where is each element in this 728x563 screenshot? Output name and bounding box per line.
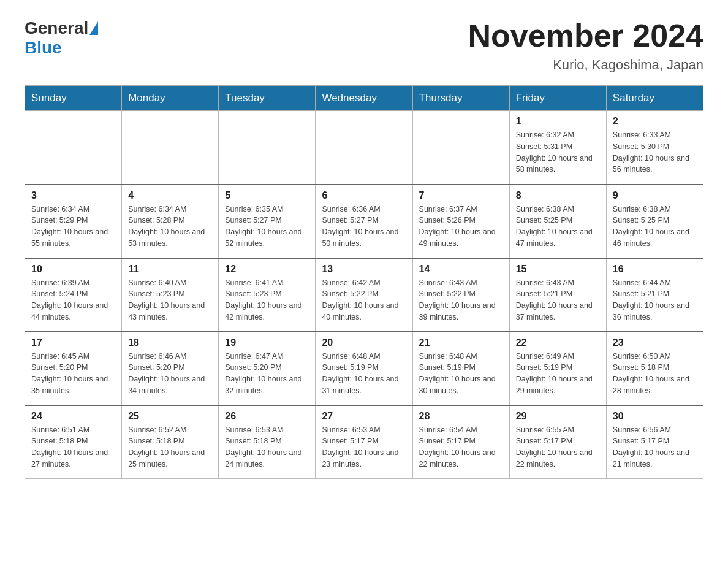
day-number: 7 [419, 190, 503, 201]
weekday-header-sunday: Sunday [25, 86, 122, 111]
title-section: November 2024 Kurio, Kagoshima, Japan [468, 18, 703, 73]
day-info: Sunrise: 6:32 AMSunset: 5:31 PMDaylight:… [516, 129, 600, 175]
day-number: 2 [613, 116, 697, 127]
calendar-cell: 5Sunrise: 6:35 AMSunset: 5:27 PMDaylight… [219, 185, 316, 258]
day-number: 30 [613, 411, 697, 422]
day-info: Sunrise: 6:49 AMSunset: 5:19 PMDaylight:… [516, 351, 600, 397]
logo-blue-text: Blue [25, 38, 62, 58]
logo: General Blue [25, 18, 99, 58]
day-info: Sunrise: 6:42 AMSunset: 5:22 PMDaylight:… [322, 277, 406, 323]
calendar-cell: 18Sunrise: 6:46 AMSunset: 5:20 PMDayligh… [122, 332, 219, 405]
day-info: Sunrise: 6:53 AMSunset: 5:17 PMDaylight:… [322, 424, 406, 470]
calendar-cell: 8Sunrise: 6:38 AMSunset: 5:25 PMDaylight… [509, 185, 606, 258]
calendar-cell: 12Sunrise: 6:41 AMSunset: 5:23 PMDayligh… [219, 258, 316, 332]
weekday-header-tuesday: Tuesday [219, 86, 316, 111]
day-number: 5 [225, 190, 309, 201]
day-info: Sunrise: 6:36 AMSunset: 5:27 PMDaylight:… [322, 204, 406, 250]
calendar-cell: 26Sunrise: 6:53 AMSunset: 5:18 PMDayligh… [219, 405, 316, 479]
day-number: 26 [225, 411, 309, 422]
day-info: Sunrise: 6:48 AMSunset: 5:19 PMDaylight:… [322, 351, 406, 397]
day-info: Sunrise: 6:46 AMSunset: 5:20 PMDaylight:… [128, 351, 212, 397]
day-number: 8 [516, 190, 600, 201]
day-number: 20 [322, 337, 406, 348]
day-number: 14 [419, 264, 503, 275]
day-info: Sunrise: 6:55 AMSunset: 5:17 PMDaylight:… [516, 424, 600, 470]
day-info: Sunrise: 6:40 AMSunset: 5:23 PMDaylight:… [128, 277, 212, 323]
calendar-cell: 3Sunrise: 6:34 AMSunset: 5:29 PMDaylight… [25, 185, 122, 258]
calendar-cell: 30Sunrise: 6:56 AMSunset: 5:17 PMDayligh… [606, 405, 703, 479]
day-number: 6 [322, 190, 406, 201]
day-info: Sunrise: 6:56 AMSunset: 5:17 PMDaylight:… [613, 424, 697, 470]
calendar-cell: 19Sunrise: 6:47 AMSunset: 5:20 PMDayligh… [219, 332, 316, 405]
calendar-cell: 1Sunrise: 6:32 AMSunset: 5:31 PMDaylight… [509, 111, 606, 185]
calendar-cell: 27Sunrise: 6:53 AMSunset: 5:17 PMDayligh… [316, 405, 412, 479]
calendar-week-4: 24Sunrise: 6:51 AMSunset: 5:18 PMDayligh… [25, 405, 703, 479]
calendar-cell: 29Sunrise: 6:55 AMSunset: 5:17 PMDayligh… [509, 405, 606, 479]
logo-general-text: General [25, 18, 88, 38]
day-number: 12 [225, 264, 309, 275]
day-info: Sunrise: 6:51 AMSunset: 5:18 PMDaylight:… [31, 424, 115, 470]
day-info: Sunrise: 6:33 AMSunset: 5:30 PMDaylight:… [613, 129, 697, 175]
calendar-cell: 10Sunrise: 6:39 AMSunset: 5:24 PMDayligh… [25, 258, 122, 332]
month-title: November 2024 [468, 18, 703, 53]
day-info: Sunrise: 6:39 AMSunset: 5:24 PMDaylight:… [31, 277, 115, 323]
day-info: Sunrise: 6:38 AMSunset: 5:25 PMDaylight:… [516, 204, 600, 250]
calendar-cell: 22Sunrise: 6:49 AMSunset: 5:19 PMDayligh… [509, 332, 606, 405]
calendar-cell: 28Sunrise: 6:54 AMSunset: 5:17 PMDayligh… [412, 405, 509, 479]
day-number: 11 [128, 264, 212, 275]
day-number: 24 [31, 411, 115, 422]
calendar-cell: 13Sunrise: 6:42 AMSunset: 5:22 PMDayligh… [316, 258, 412, 332]
calendar-cell: 20Sunrise: 6:48 AMSunset: 5:19 PMDayligh… [316, 332, 412, 405]
day-info: Sunrise: 6:50 AMSunset: 5:18 PMDaylight:… [613, 351, 697, 397]
calendar-cell [25, 111, 122, 185]
calendar-cell: 2Sunrise: 6:33 AMSunset: 5:30 PMDaylight… [606, 111, 703, 185]
day-number: 13 [322, 264, 406, 275]
calendar-week-0: 1Sunrise: 6:32 AMSunset: 5:31 PMDaylight… [25, 111, 703, 185]
day-info: Sunrise: 6:54 AMSunset: 5:17 PMDaylight:… [419, 424, 503, 470]
day-info: Sunrise: 6:43 AMSunset: 5:22 PMDaylight:… [419, 277, 503, 323]
day-info: Sunrise: 6:38 AMSunset: 5:25 PMDaylight:… [613, 204, 697, 250]
day-number: 4 [128, 190, 212, 201]
day-info: Sunrise: 6:37 AMSunset: 5:26 PMDaylight:… [419, 204, 503, 250]
day-number: 15 [516, 264, 600, 275]
day-info: Sunrise: 6:41 AMSunset: 5:23 PMDaylight:… [225, 277, 309, 323]
calendar-cell [219, 111, 316, 185]
calendar-cell: 21Sunrise: 6:48 AMSunset: 5:19 PMDayligh… [412, 332, 509, 405]
calendar-cell [122, 111, 219, 185]
day-number: 19 [225, 337, 309, 348]
day-info: Sunrise: 6:48 AMSunset: 5:19 PMDaylight:… [419, 351, 503, 397]
weekday-header-friday: Friday [509, 86, 606, 111]
day-info: Sunrise: 6:34 AMSunset: 5:28 PMDaylight:… [128, 204, 212, 250]
location-title: Kurio, Kagoshima, Japan [468, 57, 703, 73]
day-number: 9 [613, 190, 697, 201]
day-number: 1 [516, 116, 600, 127]
calendar-table: SundayMondayTuesdayWednesdayThursdayFrid… [25, 85, 703, 479]
day-number: 16 [613, 264, 697, 275]
weekday-header-row: SundayMondayTuesdayWednesdayThursdayFrid… [25, 86, 703, 111]
calendar-week-3: 17Sunrise: 6:45 AMSunset: 5:20 PMDayligh… [25, 332, 703, 405]
day-number: 29 [516, 411, 600, 422]
day-number: 10 [31, 264, 115, 275]
calendar-cell: 16Sunrise: 6:44 AMSunset: 5:21 PMDayligh… [606, 258, 703, 332]
day-number: 28 [419, 411, 503, 422]
weekday-header-saturday: Saturday [606, 86, 703, 111]
day-number: 18 [128, 337, 212, 348]
day-info: Sunrise: 6:53 AMSunset: 5:18 PMDaylight:… [225, 424, 309, 470]
calendar-week-2: 10Sunrise: 6:39 AMSunset: 5:24 PMDayligh… [25, 258, 703, 332]
calendar-cell: 17Sunrise: 6:45 AMSunset: 5:20 PMDayligh… [25, 332, 122, 405]
day-info: Sunrise: 6:44 AMSunset: 5:21 PMDaylight:… [613, 277, 697, 323]
calendar-cell: 7Sunrise: 6:37 AMSunset: 5:26 PMDaylight… [412, 185, 509, 258]
day-info: Sunrise: 6:35 AMSunset: 5:27 PMDaylight:… [225, 204, 309, 250]
calendar-cell: 14Sunrise: 6:43 AMSunset: 5:22 PMDayligh… [412, 258, 509, 332]
calendar-cell: 15Sunrise: 6:43 AMSunset: 5:21 PMDayligh… [509, 258, 606, 332]
day-number: 17 [31, 337, 115, 348]
calendar-cell: 11Sunrise: 6:40 AMSunset: 5:23 PMDayligh… [122, 258, 219, 332]
day-number: 21 [419, 337, 503, 348]
day-number: 23 [613, 337, 697, 348]
day-number: 22 [516, 337, 600, 348]
calendar-cell: 24Sunrise: 6:51 AMSunset: 5:18 PMDayligh… [25, 405, 122, 479]
calendar-cell: 4Sunrise: 6:34 AMSunset: 5:28 PMDaylight… [122, 185, 219, 258]
calendar-cell: 6Sunrise: 6:36 AMSunset: 5:27 PMDaylight… [316, 185, 412, 258]
calendar-week-1: 3Sunrise: 6:34 AMSunset: 5:29 PMDaylight… [25, 185, 703, 258]
logo-triangle-icon [89, 21, 98, 35]
